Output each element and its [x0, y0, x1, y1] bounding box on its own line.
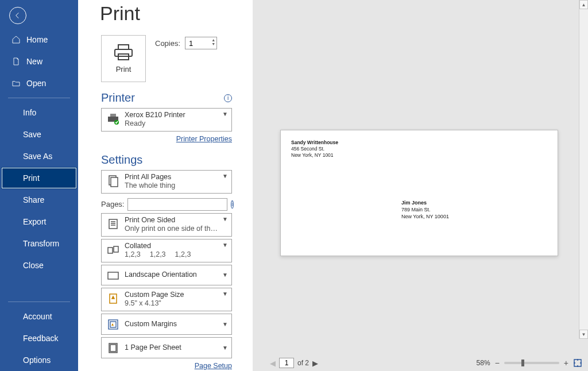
sidebar-item-close[interactable]: Close — [0, 254, 78, 276]
printer-selector[interactable]: Xerox B210 Printer Ready ▼ — [101, 108, 232, 132]
one-sided-icon — [105, 216, 121, 232]
page-setup-link[interactable]: Page Setup — [101, 362, 232, 370]
current-page-input[interactable] — [279, 358, 294, 368]
svg-rect-14 — [108, 272, 118, 279]
svg-rect-12 — [108, 248, 113, 253]
svg-rect-7 — [111, 177, 118, 187]
sidebar-item-new[interactable]: New — [0, 51, 78, 72]
print-button[interactable]: Print — [101, 35, 146, 82]
sidebar-item-label: Export — [23, 217, 46, 226]
next-page-button[interactable]: ▶ — [312, 359, 318, 368]
copies-input[interactable] — [185, 39, 206, 48]
collate-icon — [105, 242, 121, 258]
svg-rect-0 — [118, 45, 129, 49]
setting-scope[interactable]: Print All PagesThe whole thing ▼ — [101, 170, 232, 194]
setting-sides[interactable]: Print One SidedOnly print on one side of… — [101, 213, 232, 237]
pagesize-icon — [105, 291, 121, 307]
printer-info-icon[interactable]: i — [224, 94, 232, 102]
setting-margins[interactable]: Custom Margins ▼ — [101, 314, 232, 335]
chevron-down-icon: ▼ — [222, 291, 228, 297]
back-button[interactable] — [9, 7, 26, 24]
printer-status-icon — [105, 111, 121, 127]
backstage-sidebar: Home New Open Info Save Save As Print Sh… — [0, 0, 78, 371]
chevron-down-icon: ▼ — [222, 242, 228, 248]
home-icon — [11, 35, 22, 44]
print-button-label: Print — [116, 65, 131, 74]
sidebar-item-print[interactable]: Print — [1, 167, 77, 189]
sidebar-item-label: Close — [23, 261, 44, 270]
sidebar-item-export[interactable]: Export — [0, 211, 78, 233]
scroll-up-button[interactable]: ▲ — [579, 0, 588, 9]
sidebar-item-label: Open — [26, 79, 46, 88]
sidebar-item-label: Home — [26, 35, 48, 44]
envelope-from-street: 456 Second St. — [291, 146, 338, 152]
envelope-from-name: Sandy Writtenhouse — [291, 140, 338, 146]
chevron-down-icon: ▼ — [222, 216, 228, 222]
zoom-to-page-button[interactable] — [573, 358, 582, 368]
new-doc-icon — [11, 57, 22, 66]
open-folder-icon — [11, 79, 22, 88]
copies-label: Copies: — [155, 39, 180, 48]
settings-heading: Settings — [101, 153, 142, 167]
svg-rect-8 — [109, 219, 117, 229]
sidebar-item-account[interactable]: Account — [0, 306, 78, 327]
zoom-slider[interactable] — [504, 362, 559, 364]
sidebar-item-options[interactable]: Options — [0, 349, 78, 371]
pages-input[interactable] — [127, 198, 227, 211]
svg-rect-13 — [114, 246, 118, 252]
envelope-from-city: New York, NY 1001 — [291, 152, 338, 159]
printer-status: Ready — [125, 119, 220, 128]
svg-rect-19 — [110, 345, 116, 351]
landscape-icon — [105, 267, 121, 283]
sidebar-item-home[interactable]: Home — [0, 29, 78, 51]
printer-icon — [114, 44, 133, 60]
pages-info-icon[interactable]: i — [231, 200, 233, 208]
prev-page-button[interactable]: ◀ — [270, 359, 276, 368]
sidebar-item-save[interactable]: Save — [0, 123, 78, 145]
setting-collate[interactable]: Collated1,2,3 1,2,3 1,2,3 ▼ — [101, 239, 232, 262]
sidebar-item-open[interactable]: Open — [0, 72, 78, 94]
zoom-in-button[interactable]: + — [564, 358, 568, 368]
zoom-label: 58% — [477, 359, 490, 367]
preview-scrollbar[interactable]: ▲ ▼ — [579, 0, 588, 339]
svg-rect-4 — [110, 114, 116, 117]
pages-icon — [105, 173, 121, 189]
zoom-out-button[interactable]: − — [495, 358, 500, 368]
printer-name: Xerox B210 Printer — [125, 111, 220, 119]
sidebar-item-label: New — [26, 57, 42, 66]
per-sheet-icon — [105, 340, 121, 356]
setting-pagesize[interactable]: Custom Page Size9.5" x 4.13" ▼ — [101, 288, 232, 311]
chevron-down-icon: ▼ — [222, 173, 228, 179]
setting-persheet[interactable]: 1 Page Per Sheet ▼ — [101, 337, 232, 358]
print-preview-pane: Sandy Writtenhouse 456 Second St. New Yo… — [253, 0, 588, 371]
printer-properties-link[interactable]: Printer Properties — [101, 135, 232, 143]
page-of-label: of 2 — [297, 359, 309, 367]
sidebar-item-label: Transform — [23, 239, 59, 248]
sidebar-item-label: Info — [23, 108, 36, 117]
chevron-down-icon: ▼ — [222, 345, 228, 351]
envelope-to-city: New York, NY 10001 — [401, 213, 449, 220]
sidebar-item-share[interactable]: Share — [0, 189, 78, 211]
sidebar-item-feedback[interactable]: Feedback — [0, 327, 78, 349]
preview-page: Sandy Writtenhouse 456 Second St. New Yo… — [280, 130, 558, 256]
svg-rect-1 — [115, 49, 132, 56]
sidebar-item-label: Feedback — [23, 334, 58, 343]
envelope-to-street: 789 Main St. — [401, 206, 449, 213]
sidebar-item-transform[interactable]: Transform — [0, 233, 78, 254]
scroll-down-button[interactable]: ▼ — [579, 330, 588, 339]
envelope-to-name: Jim Jones — [401, 199, 449, 206]
setting-orientation[interactable]: Landscape Orientation ▼ — [101, 265, 232, 286]
page-title: Print — [100, 2, 232, 25]
spinner-up-icon[interactable]: ▲ — [211, 38, 215, 42]
margins-icon — [105, 316, 121, 333]
copies-spinner[interactable]: ▲▼ — [185, 37, 217, 49]
sidebar-item-label: Save — [23, 130, 41, 139]
sidebar-item-label: Save As — [23, 152, 52, 161]
chevron-down-icon: ▼ — [222, 321, 228, 327]
sidebar-item-info[interactable]: Info — [0, 102, 78, 123]
printer-heading: Printer — [101, 91, 135, 105]
sidebar-item-label: Share — [23, 195, 44, 204]
chevron-down-icon: ▼ — [222, 111, 228, 117]
spinner-down-icon[interactable]: ▼ — [211, 42, 215, 46]
sidebar-item-saveas[interactable]: Save As — [0, 145, 78, 167]
